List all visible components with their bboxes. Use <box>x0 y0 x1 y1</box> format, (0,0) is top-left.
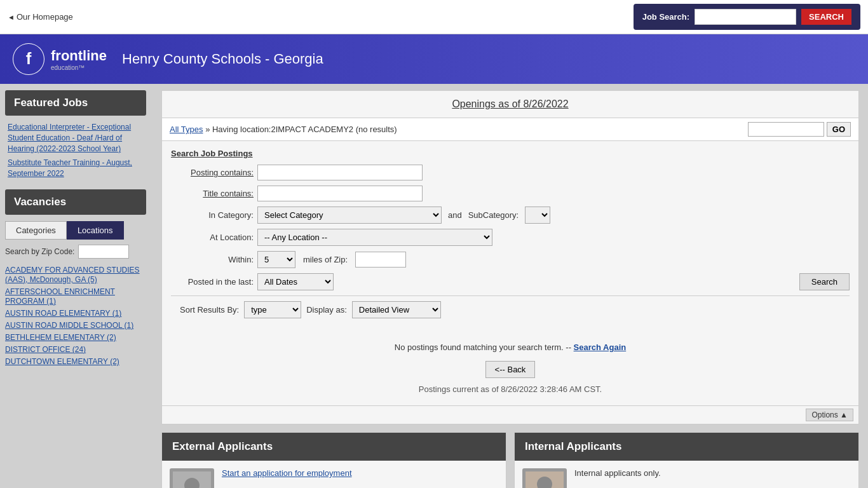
job-search-label: Job Search: <box>642 12 689 22</box>
location-list: ACADEMY FOR ADVANCED STUDIES (AAS), McDo… <box>5 265 146 366</box>
brand-sub: education™ <box>51 64 107 71</box>
location-link-2[interactable]: AFTERSCHOOL ENRICHMENT PROGRAM (1) <box>5 287 115 306</box>
location-link-6[interactable]: DISTRICT OFFICE (24) <box>5 345 86 354</box>
back-button[interactable]: <-- Back <box>485 361 536 378</box>
zip-search-row: Search by Zip Code: <box>5 245 146 259</box>
go-input-row: GO <box>748 122 851 137</box>
zip-input[interactable] <box>355 252 406 268</box>
svg-text:f: f <box>26 49 32 68</box>
posting-contains-label: Posting contains: <box>171 168 254 177</box>
site-header: f frontline education™ Henry County Scho… <box>0 34 868 84</box>
posting-contains-row: Posting contains: <box>171 165 850 180</box>
title-contains-label: Title contains: <box>171 189 254 198</box>
internal-applicants-panel: Internal Applicants Internal applicants … <box>514 432 859 488</box>
zip-search-input[interactable] <box>78 245 129 259</box>
breadcrumb-row: All Types » Having location:2IMPACT ACAD… <box>162 118 858 141</box>
vacancies-title: Vacancies <box>5 189 146 215</box>
posting-contains-input[interactable] <box>257 165 423 180</box>
list-item: AUSTIN ROAD MIDDLE SCHOOL (1) <box>5 320 146 330</box>
options-button[interactable]: Options ▲ <box>806 409 853 421</box>
featured-job-link-1[interactable]: Educational Interpreter - Exceptional St… <box>8 123 131 153</box>
applicants-section: External Applicants Start an application… <box>161 432 859 488</box>
category-select[interactable]: Select Category <box>257 207 442 224</box>
go-button[interactable]: GO <box>827 122 851 137</box>
internal-applicants-title: Internal Applicants <box>515 433 858 461</box>
miles-of-zip-label: miles of Zip: <box>303 255 348 264</box>
subcategory-select[interactable] <box>525 207 550 224</box>
dates-select[interactable]: All Dates <box>257 273 334 290</box>
featured-jobs-title: Featured Jobs <box>5 90 146 116</box>
location-row: At Location: -- Any Location -- <box>171 229 850 246</box>
search-again-link[interactable]: Search Again <box>574 342 627 352</box>
list-item: ACADEMY FOR ADVANCED STUDIES (AAS), McDo… <box>5 265 146 284</box>
and-text: and <box>448 210 462 220</box>
featured-jobs-list: Educational Interpreter - Exceptional St… <box>5 122 146 179</box>
postings-current: Postings current as of 8/26/2022 3:28:46… <box>419 384 602 394</box>
title-contains-input[interactable] <box>257 186 423 201</box>
external-applicants-body: Start an application for employment <box>162 461 506 488</box>
page-layout: Featured Jobs Educational Interpreter - … <box>0 84 868 488</box>
results-panel: Openings as of 8/26/2022 All Types » Hav… <box>161 90 859 424</box>
breadcrumb: All Types » Having location:2IMPACT ACAD… <box>170 125 397 134</box>
logo-container: f frontline education™ <box>13 43 107 75</box>
go-input[interactable] <box>748 122 824 137</box>
sidebar: Featured Jobs Educational Interpreter - … <box>0 84 153 488</box>
sort-label: Sort Results By: <box>180 305 239 315</box>
posted-row: Posted in the last: All Dates Search <box>171 273 850 290</box>
zip-search-label: Search by Zip Code: <box>5 247 74 256</box>
list-item: Substitute Teacher Training - August, Se… <box>8 158 144 179</box>
featured-job-link-2[interactable]: Substitute Teacher Training - August, Se… <box>8 158 132 178</box>
header-title: Henry County Schools - Georgia <box>122 51 323 67</box>
location-link-3[interactable]: AUSTIN ROAD ELEMENTARY (1) <box>5 309 121 318</box>
in-category-label: In Category: <box>171 210 254 220</box>
all-types-link[interactable]: All Types <box>170 125 203 134</box>
frontline-logo-icon: f <box>13 43 44 75</box>
sidebar-tabs: Categories Locations <box>5 221 146 240</box>
category-row: In Category: Select Category and SubCate… <box>171 207 850 224</box>
breadcrumb-text: » Having location:2IMPACT ACADEMY2 (no r… <box>205 125 397 134</box>
no-results-area: No postings found matching your search t… <box>162 331 858 405</box>
list-item: Educational Interpreter - Exceptional St… <box>8 122 144 154</box>
list-item: BETHLEHEM ELEMENTARY (2) <box>5 332 146 342</box>
search-form-area: Search Job Postings Posting contains: Ti… <box>162 141 858 331</box>
within-select[interactable]: 5 <box>257 251 295 268</box>
sort-row: Sort Results By: type Display as: Detail… <box>171 295 850 323</box>
at-location-label: At Location: <box>171 233 254 242</box>
list-item: DISTRICT OFFICE (24) <box>5 344 146 354</box>
search-button[interactable]: Search <box>799 273 850 290</box>
within-label: Within: <box>171 255 254 264</box>
within-row: Within: 5 miles of Zip: <box>171 251 850 268</box>
job-search-button[interactable]: SEARCH <box>801 9 851 25</box>
display-label: Display as: <box>306 305 347 315</box>
options-row: Options ▲ <box>162 405 858 424</box>
internal-applicant-avatar <box>522 468 567 488</box>
results-title: Openings as of 8/26/2022 <box>452 98 568 109</box>
location-link-5[interactable]: BETHLEHEM ELEMENTARY (2) <box>5 333 116 342</box>
tab-locations[interactable]: Locations <box>67 221 124 240</box>
job-search-bar: Job Search: SEARCH <box>634 4 860 30</box>
main-content: Openings as of 8/26/2022 All Types » Hav… <box>153 84 868 488</box>
list-item: AUSTIN ROAD ELEMENTARY (1) <box>5 308 146 318</box>
list-item: DUTCHTOWN ELEMENTARY (2) <box>5 356 146 366</box>
search-form-title[interactable]: Search Job Postings <box>171 149 850 158</box>
location-link-4[interactable]: AUSTIN ROAD MIDDLE SCHOOL (1) <box>5 321 133 330</box>
location-link-7[interactable]: DUTCHTOWN ELEMENTARY (2) <box>5 357 119 366</box>
top-bar: Our Homepage Job Search: SEARCH <box>0 0 868 34</box>
external-applicant-avatar <box>170 468 214 488</box>
location-link-1[interactable]: ACADEMY FOR ADVANCED STUDIES (AAS), McDo… <box>5 266 140 284</box>
results-header: Openings as of 8/26/2022 <box>162 91 858 118</box>
display-select[interactable]: Detailed View <box>352 301 441 318</box>
subcategory-label: SubCategory: <box>468 210 519 220</box>
start-application-link[interactable]: Start an application for employment <box>222 468 352 478</box>
homepage-link[interactable]: Our Homepage <box>8 12 73 22</box>
posted-label: Posted in the last: <box>171 277 254 287</box>
brand-name: frontline <box>51 48 107 64</box>
location-select[interactable]: -- Any Location -- <box>257 229 492 246</box>
sort-select[interactable]: type <box>244 301 301 318</box>
tab-categories[interactable]: Categories <box>5 221 67 240</box>
title-contains-row: Title contains: <box>171 186 850 201</box>
job-search-input[interactable] <box>695 9 796 25</box>
external-applicants-title: External Applicants <box>162 433 506 461</box>
internal-applicants-body: Internal applicants only. <box>515 461 858 488</box>
external-applicant-text: Start an application for employment <box>222 468 352 478</box>
